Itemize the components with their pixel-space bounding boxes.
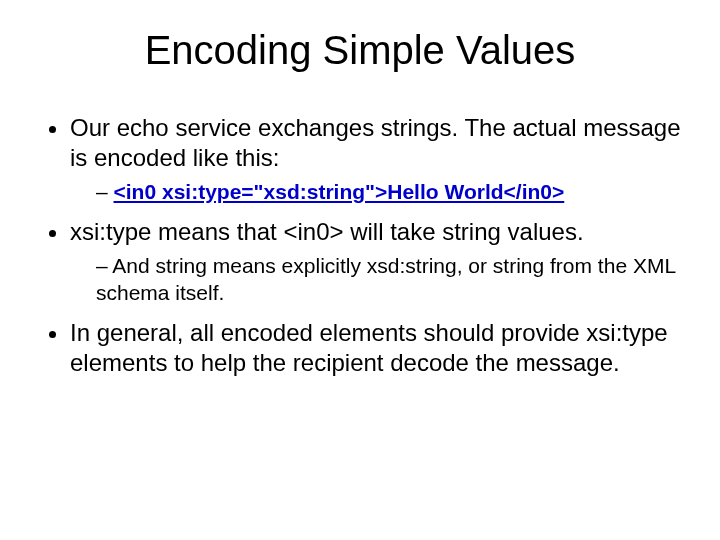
bullet-1-text: Our echo service exchanges strings. The … <box>70 114 681 171</box>
code-link[interactable]: <in0 xsi:type="xsd:string">Hello World</… <box>114 180 565 203</box>
bullet-1-sublist: <in0 xsi:type="xsd:string">Hello World</… <box>70 179 684 205</box>
bullet-2: xsi:type means that <in0> will take stri… <box>70 217 684 306</box>
bullet-list: Our echo service exchanges strings. The … <box>36 113 684 378</box>
bullet-2-sublist: And string means explicitly xsd:string, … <box>70 253 684 306</box>
bullet-3: In general, all encoded elements should … <box>70 318 684 378</box>
slide-title: Encoding Simple Values <box>36 28 684 73</box>
bullet-1-sub: <in0 xsi:type="xsd:string">Hello World</… <box>96 179 684 205</box>
bullet-2-text: xsi:type means that <in0> will take stri… <box>70 218 584 245</box>
bullet-1: Our echo service exchanges strings. The … <box>70 113 684 205</box>
slide: Encoding Simple Values Our echo service … <box>0 0 720 540</box>
bullet-2-sub: And string means explicitly xsd:string, … <box>96 253 684 306</box>
